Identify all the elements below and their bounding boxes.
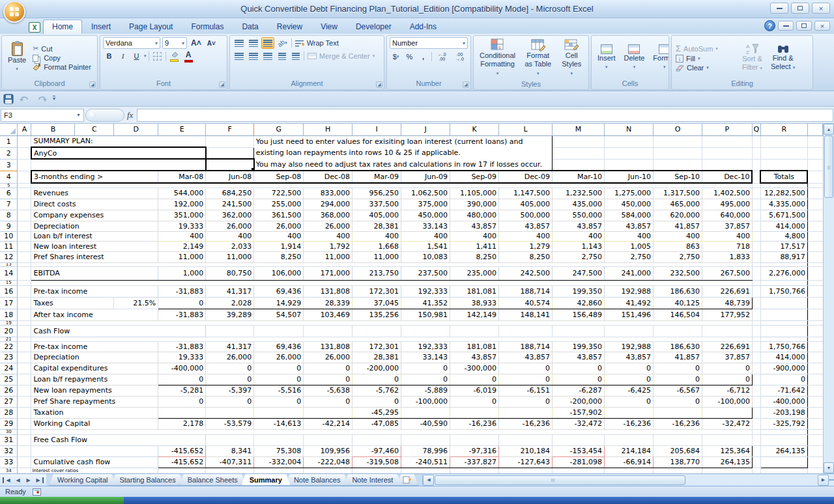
cell-A9[interactable]: [18, 221, 31, 231]
cell-N20[interactable]: [605, 325, 654, 337]
row-header-19[interactable]: 19: [0, 320, 18, 325]
cell-L10[interactable]: 400: [499, 231, 553, 241]
cell-L33[interactable]: -127,643: [499, 456, 553, 468]
cell-N29[interactable]: -16,236: [605, 418, 654, 429]
row-header-31[interactable]: 31: [0, 434, 18, 445]
cell-G20[interactable]: [254, 325, 304, 337]
cell-M24[interactable]: 0: [553, 363, 605, 374]
cell-M16[interactable]: 199,350: [553, 285, 605, 297]
cell-E17[interactable]: 0: [158, 297, 206, 309]
cell-E25[interactable]: 0: [158, 374, 206, 385]
cell-O28[interactable]: [653, 407, 702, 418]
cell-E33[interactable]: -415,652: [158, 456, 206, 468]
cell-J11[interactable]: 1,541: [401, 241, 450, 251]
cell-I17[interactable]: 37,045: [352, 297, 401, 309]
column-header-H[interactable]: H: [304, 124, 352, 135]
cell-F10[interactable]: 400: [206, 231, 254, 241]
section-label-20[interactable]: Cash Flow: [31, 325, 206, 337]
cell-Q32[interactable]: [752, 445, 760, 456]
cell-A21[interactable]: [18, 337, 31, 341]
cell-I18[interactable]: 135,256: [352, 309, 401, 320]
column-header-E[interactable]: E: [158, 124, 206, 135]
cell-K10[interactable]: 400: [450, 231, 499, 241]
cell-J6[interactable]: 1,062,500: [401, 188, 450, 199]
cell-B3[interactable]: [31, 159, 206, 171]
cell-F11[interactable]: 2,033: [206, 241, 254, 251]
row-label-17[interactable]: Taxes: [31, 297, 114, 309]
cell-M17[interactable]: 42,860: [553, 297, 605, 309]
cell-R33-total[interactable]: [760, 456, 807, 468]
cell-R34[interactable]: [760, 468, 807, 473]
cell-H33[interactable]: -222,048: [304, 456, 352, 468]
column-header-K[interactable]: K: [450, 124, 499, 135]
cell-O25[interactable]: 0: [653, 374, 702, 385]
cell-G10[interactable]: 400: [254, 231, 304, 241]
decrease-indent-button[interactable]: [276, 50, 288, 62]
cell-K7[interactable]: 390,000: [450, 199, 499, 210]
cell-I8[interactable]: 405,000: [352, 210, 401, 221]
cell-H27[interactable]: 0: [304, 396, 352, 407]
cell-R7-total[interactable]: 4,335,000: [760, 199, 807, 210]
fill-button[interactable]: ↓Fill▾: [674, 54, 737, 63]
row-header-8[interactable]: 8: [0, 210, 18, 221]
redo-icon[interactable]: [36, 94, 48, 104]
cell-I9[interactable]: 28,381: [352, 221, 401, 231]
cell-O27[interactable]: 0: [653, 396, 702, 407]
cell-R14-total[interactable]: 2,276,000: [760, 266, 807, 280]
clear-button[interactable]: Clear▾: [674, 63, 737, 72]
row-header-5[interactable]: 5: [0, 183, 18, 188]
cell-P26[interactable]: -6,712: [702, 385, 752, 396]
insert-cells-button[interactable]: Insert ▾: [594, 43, 619, 72]
cell-I6[interactable]: 956,250: [352, 188, 401, 199]
italic-button[interactable]: I: [117, 50, 129, 62]
cell-Q34[interactable]: [752, 468, 760, 473]
cell-G27[interactable]: 0: [254, 396, 304, 407]
cell-R9-total[interactable]: 414,000: [760, 221, 807, 231]
cell-K6[interactable]: 1,105,000: [450, 188, 499, 199]
cell-B1-summary-plan[interactable]: SUMMARY PLAN:: [31, 135, 206, 147]
cell-F12[interactable]: 11,000: [206, 251, 254, 262]
column-header-P[interactable]: P: [702, 124, 752, 135]
cell-Q1[interactable]: [752, 135, 760, 147]
cell-Q33[interactable]: [752, 456, 760, 468]
cell-R1[interactable]: [760, 135, 807, 147]
cell-K12[interactable]: 8,250: [450, 251, 499, 262]
cell-H9[interactable]: 26,000: [304, 221, 352, 231]
cell-K8[interactable]: 480,000: [450, 210, 499, 221]
cell-M32[interactable]: -153,454: [553, 445, 605, 456]
cell-L28[interactable]: [499, 407, 553, 418]
cell-K24[interactable]: -300,000: [450, 363, 499, 374]
cell-J22[interactable]: 192,333: [401, 341, 450, 352]
cell-A6[interactable]: [18, 188, 31, 199]
cell-M34[interactable]: [553, 468, 605, 473]
selected-cell-F3[interactable]: [206, 159, 254, 171]
cell-I7[interactable]: 337,500: [352, 199, 401, 210]
cell-J10[interactable]: 400: [401, 231, 450, 241]
hidden-row-5[interactable]: [31, 183, 752, 188]
totals-header[interactable]: Totals: [760, 171, 807, 183]
cell-R19[interactable]: [760, 320, 807, 325]
row-label-16[interactable]: Pre-tax income: [31, 285, 158, 297]
cell-L16[interactable]: 188,714: [499, 285, 553, 297]
month-header-Dec-10[interactable]: Dec-10: [702, 171, 752, 183]
comma-style-button[interactable]: ,: [417, 51, 429, 63]
cell-H6[interactable]: 833,000: [304, 188, 352, 199]
row-header-34[interactable]: 34: [0, 468, 18, 473]
cell-L22[interactable]: 188,714: [499, 341, 553, 352]
cell-R23-total[interactable]: 414,000: [760, 352, 807, 363]
sheet-tab-starting-balances[interactable]: Starting Balances: [111, 474, 184, 486]
cell-R20[interactable]: [760, 325, 807, 337]
cell-I16[interactable]: 172,301: [352, 285, 401, 297]
cell-E34[interactable]: [158, 468, 206, 473]
formula-input[interactable]: [137, 109, 833, 122]
font-color-button[interactable]: A: [182, 50, 195, 62]
cell-F9[interactable]: 26,000: [206, 221, 254, 231]
cell-F7[interactable]: 241,500: [206, 199, 254, 210]
column-header-A[interactable]: A: [18, 124, 31, 135]
insert-worksheet-tab[interactable]: [396, 474, 418, 486]
cell-P6[interactable]: 1,402,500: [702, 188, 752, 199]
cell-J17[interactable]: 41,352: [401, 297, 450, 309]
cell-A23[interactable]: [18, 352, 31, 363]
cell-P28[interactable]: [702, 407, 752, 418]
cell-L34[interactable]: [499, 468, 553, 473]
